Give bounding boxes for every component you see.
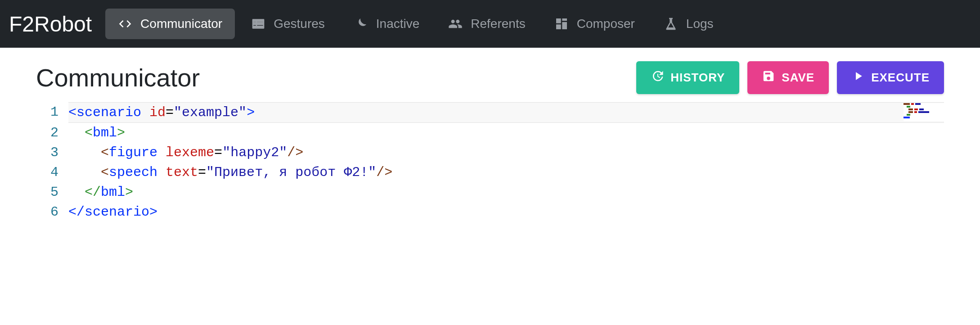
code-line[interactable]: 3 <figure lexeme="happy2"/>	[45, 143, 944, 162]
history-button[interactable]: HISTORY	[636, 61, 739, 94]
code-lines[interactable]: 1<scenario id="example">2 <bml>3 <figure…	[45, 102, 944, 222]
save-button[interactable]: SAVE	[747, 61, 829, 94]
code-content[interactable]: <scenario id="example">	[68, 102, 944, 123]
nav-item-composer[interactable]: Composer	[542, 9, 647, 39]
code-line[interactable]: 6</scenario>	[45, 202, 944, 222]
nav-item-inactive[interactable]: Inactive	[341, 9, 432, 39]
nav-label: Gestures	[274, 17, 325, 31]
code-content[interactable]: <bml>	[68, 123, 944, 143]
nav-item-gestures[interactable]: Gestures	[238, 9, 337, 39]
nav-label: Communicator	[140, 17, 222, 31]
execute-button[interactable]: EXECUTE	[837, 61, 944, 94]
line-number: 1	[45, 102, 68, 123]
line-number: 4	[45, 162, 68, 182]
code-line[interactable]: 4 <speech text="Привет, я робот Ф2!"/>	[45, 162, 944, 182]
nav-label: Logs	[686, 17, 714, 31]
nav-item-communicator[interactable]: Communicator	[105, 9, 235, 39]
nav-label: Composer	[577, 17, 635, 31]
history-label: HISTORY	[670, 71, 725, 85]
moon-icon	[354, 17, 368, 31]
code-content[interactable]: </bml>	[68, 182, 944, 202]
action-buttons: HISTORY SAVE EXECUTE	[636, 61, 944, 94]
code-content[interactable]: <figure lexeme="happy2"/>	[68, 143, 944, 162]
line-number: 3	[45, 143, 68, 162]
execute-label: EXECUTE	[871, 71, 930, 85]
nav-label: Referents	[471, 17, 525, 31]
nav-items: CommunicatorGesturesInactiveReferentsCom…	[105, 9, 726, 39]
save-icon	[762, 69, 775, 86]
nav-label: Inactive	[376, 17, 420, 31]
grid-icon	[554, 17, 569, 31]
code-line[interactable]: 1<scenario id="example">	[45, 102, 944, 123]
page-title: Communicator	[36, 63, 200, 92]
navbar: F2Robot CommunicatorGesturesInactiveRefe…	[0, 0, 980, 48]
line-number: 6	[45, 202, 68, 222]
play-icon	[851, 69, 865, 86]
minimap[interactable]	[904, 103, 944, 121]
line-number: 5	[45, 182, 68, 202]
flask-icon	[664, 17, 678, 31]
history-icon	[651, 69, 664, 86]
code-icon	[118, 17, 132, 31]
list-icon	[251, 17, 265, 31]
code-content[interactable]: </scenario>	[68, 202, 944, 222]
main-content: Communicator HISTORY SAVE EXECUTE	[0, 48, 980, 235]
brand-title[interactable]: F2Robot	[9, 7, 92, 41]
save-label: SAVE	[782, 71, 814, 85]
users-icon	[448, 17, 463, 31]
code-content[interactable]: <speech text="Привет, я робот Ф2!"/>	[68, 162, 944, 182]
code-line[interactable]: 5 </bml>	[45, 182, 944, 202]
code-line[interactable]: 2 <bml>	[45, 123, 944, 143]
code-editor[interactable]: 1<scenario id="example">2 <bml>3 <figure…	[45, 102, 944, 222]
nav-item-logs[interactable]: Logs	[651, 9, 726, 39]
header-row: Communicator HISTORY SAVE EXECUTE	[36, 61, 944, 94]
nav-item-referents[interactable]: Referents	[436, 9, 538, 39]
line-number: 2	[45, 123, 68, 143]
